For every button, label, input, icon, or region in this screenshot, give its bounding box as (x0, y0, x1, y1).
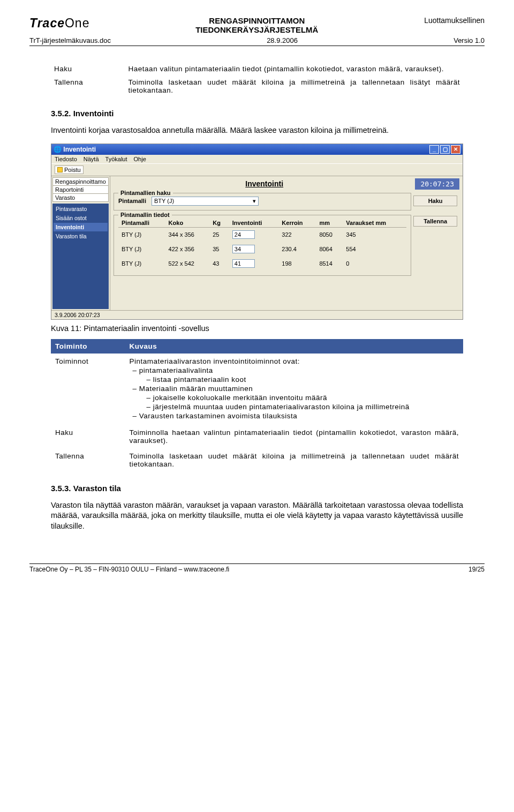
bullet: Varausten tarkastaminen avoimista tilauk… (130, 412, 459, 420)
sidebar-sub-pintavarasto[interactable]: Pintavarasto (54, 205, 108, 213)
logo: TraceOne (29, 16, 89, 31)
clock: 20:07:23 (415, 178, 459, 190)
doc-date: 28.9.2006 (111, 36, 453, 44)
exit-icon (57, 167, 63, 172)
intro-line: Pintamateriaalivaraston inventointitoimi… (130, 357, 459, 365)
doc-version: Versio 1.0 (453, 36, 485, 44)
menubar: Tiedosto Näytä Työkalut Ohje (51, 155, 463, 163)
data-table: Pintamalli Koko Kg Inventointi Kerroin m… (118, 219, 406, 271)
toolbar: Poistu (51, 163, 463, 176)
cell: 422 x 356 (165, 242, 210, 256)
table-row: BTY (J) 422 x 356 35 34 230.4 8064 554 (118, 242, 406, 256)
menu-ohje[interactable]: Ohje (134, 156, 146, 162)
cell: 43 (209, 256, 229, 270)
term-table-top: Haku Haetaan valitun pintamateriaalin ti… (51, 62, 463, 97)
inv-input[interactable]: 41 (232, 259, 255, 268)
section-353-para: Varaston tila näyttää varaston määrän, v… (51, 500, 463, 532)
doc-title-1: RENGASPINNOITTAMON (89, 16, 424, 25)
group2-legend: Pintamallin tiedot (118, 212, 172, 218)
bullet: pintamateriaalivalinta (130, 366, 459, 374)
inv-input[interactable]: 34 (232, 245, 255, 253)
col-mm: mm (316, 219, 343, 228)
col-pintamalli: Pintamalli (118, 219, 165, 228)
row-tallenna-label: Tallenna (51, 448, 125, 472)
cell: 0 (343, 256, 406, 270)
doc-title-2: TIEDONKERÄYSJÄRJESTELMÄ (89, 25, 424, 34)
cell: 25 (209, 227, 229, 242)
cell: 522 x 542 (165, 256, 210, 270)
titlebar: 🌐 Inventointi _ ▢ ✕ (51, 144, 463, 155)
haku-button[interactable]: Haku (413, 196, 457, 206)
footer-page: 19/25 (468, 566, 485, 573)
cell: 198 (278, 256, 316, 270)
cell: 8064 (316, 242, 343, 256)
toolbtn-poistu[interactable]: Poistu (55, 166, 84, 174)
term-tallenna-label: Tallenna (51, 76, 125, 97)
row-haku-desc: Toiminnolla haetaan valintun pintamateri… (125, 425, 463, 448)
doc-header: TraceOne RENGASPINNOITTAMON TIEDONKERÄYS… (29, 16, 485, 34)
bullet: listaa pintamateriaalin koot (130, 375, 459, 384)
row-toiminnot-desc: Pintamateriaalivaraston inventointitoimi… (125, 354, 463, 425)
menu-tyokalut[interactable]: Työkalut (105, 156, 127, 162)
minimize-button[interactable]: _ (429, 145, 439, 154)
figure-11-caption: Kuva 11: Pintamateriaalin inventointi -s… (51, 324, 463, 333)
window-title: Inventointi (63, 146, 96, 153)
toiminto-table: Toiminto Kuvaus Toiminnot Pintamateriaal… (51, 339, 463, 472)
confidential-label: Luottamuksellinen (424, 16, 485, 25)
sidebar-item-varasto[interactable]: Varasto (52, 193, 109, 202)
th-kuvaus: Kuvaus (125, 339, 463, 354)
app-window: 🌐 Inventointi _ ▢ ✕ Tiedosto Näytä Työka… (51, 144, 463, 320)
sidebar-item-rengaspinnoittamo[interactable]: Rengaspinnoittamo (52, 177, 109, 186)
maximize-button[interactable]: ▢ (440, 145, 450, 154)
cell: BTY (J) (118, 256, 165, 270)
sidebar-item-raportointi[interactable]: Raportointi (52, 185, 109, 194)
row-toiminnot-label: Toiminnot (51, 354, 125, 425)
cell: 8050 (316, 227, 343, 242)
main-panel: Inventointi 20:07:23 Haku Tallenna Pinta… (110, 176, 463, 310)
doc-filename: TrT-järjestelmäkuvaus.doc (29, 36, 111, 44)
col-kg: Kg (209, 219, 229, 228)
section-353-heading: 3.5.3. Varaston tila (51, 484, 463, 493)
term-tallenna-desc: Toiminolla lasketaan uudet määrät kiloin… (125, 76, 463, 97)
pintamalli-value: BTY (J) (154, 198, 174, 204)
th-toiminto: Toiminto (51, 339, 125, 354)
panel-title: Inventointi (114, 179, 415, 188)
menu-nayta[interactable]: Näytä (84, 156, 99, 162)
bullet: jokaiselle kokoluokalle merkitään invent… (130, 394, 459, 402)
sidebar-sub-sisaanostot[interactable]: Sisään ostot (54, 214, 108, 222)
cell: 344 x 356 (165, 227, 210, 242)
sidebar-sub-inventointi[interactable]: Inventointi (54, 223, 108, 231)
term-haku-desc: Haetaan valitun pintamateriaalin tiedot … (125, 62, 463, 76)
exit-label: Poistu (64, 167, 81, 173)
inv-input[interactable]: 24 (232, 230, 255, 239)
sidebar-sub-varastontila[interactable]: Varaston tila (54, 232, 108, 240)
group1-legend: Pintamallien haku (118, 190, 173, 196)
bullet: Materiaalin määrän muuttaminen (130, 385, 459, 393)
pintamalli-label: Pintamalli (118, 198, 146, 204)
cell: 8514 (316, 256, 343, 270)
col-kerroin: Kerroin (278, 219, 316, 228)
cell: BTY (J) (118, 227, 165, 242)
table-row: BTY (J) 522 x 542 43 41 198 8514 0 (118, 256, 406, 270)
chevron-down-icon: ▾ (253, 198, 256, 205)
figure-11: 🌐 Inventointi _ ▢ ✕ Tiedosto Näytä Työka… (51, 144, 463, 320)
table-row: BTY (J) 344 x 356 25 24 322 8050 345 (118, 227, 406, 242)
cell: 345 (343, 227, 406, 242)
cell: 322 (278, 227, 316, 242)
cell: 554 (343, 242, 406, 256)
statusbar: 3.9.2006 20:07:23 (51, 310, 463, 319)
cell: 35 (209, 242, 229, 256)
menu-tiedosto[interactable]: Tiedosto (55, 156, 77, 162)
col-inventointi: Inventointi (229, 219, 279, 228)
header-rule (29, 46, 485, 46)
row-haku-label: Haku (51, 425, 125, 448)
footer: TraceOne Oy – PL 35 – FIN-90310 OULU – F… (29, 563, 485, 573)
col-varaukset: Varaukset mm (343, 219, 406, 228)
section-352-para: Inventointi korjaa varastosaldoa annetul… (51, 125, 463, 136)
close-button[interactable]: ✕ (451, 145, 460, 154)
pintamalli-select[interactable]: BTY (J) ▾ (152, 197, 259, 206)
tallenna-button[interactable]: Tallenna (413, 216, 457, 227)
col-koko: Koko (165, 219, 210, 228)
footer-left: TraceOne Oy – PL 35 – FIN-90310 OULU – F… (29, 566, 229, 573)
term-haku-label: Haku (51, 62, 125, 76)
